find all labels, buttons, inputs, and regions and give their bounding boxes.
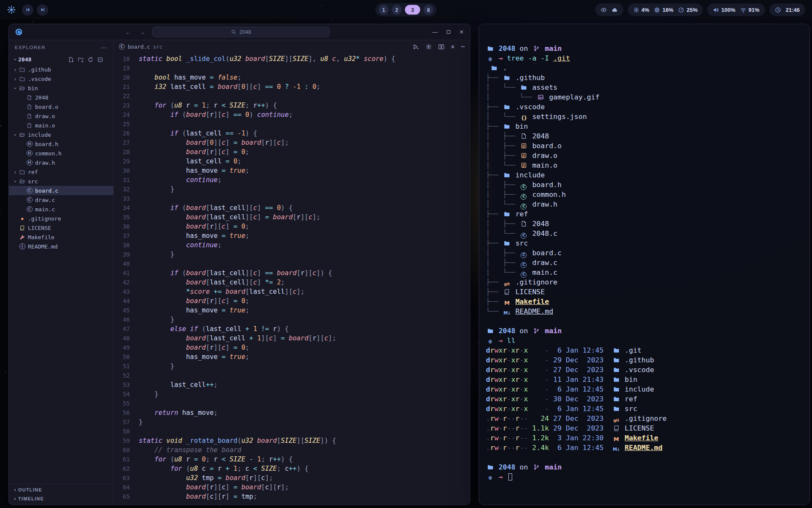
- code-line-50[interactable]: 50 has_move = true;: [114, 352, 470, 362]
- code-line-46[interactable]: 46 }: [114, 315, 470, 324]
- forward-button[interactable]: →: [139, 28, 145, 36]
- code-line-39[interactable]: 39 }: [114, 250, 470, 259]
- code-line-52[interactable]: 52: [114, 371, 470, 380]
- code-line-27[interactable]: 27 board[0][c] = board[r][c];: [114, 138, 470, 147]
- code-line-51[interactable]: 51 }: [114, 362, 470, 371]
- settings-button[interactable]: [425, 44, 432, 50]
- code-line-31[interactable]: 31 continue;: [114, 175, 470, 185]
- code-line-63[interactable]: 63 u32 tmp = board[r][c];: [114, 473, 470, 483]
- explorer-item-board.c[interactable]: Cboard.c: [9, 186, 113, 195]
- explorer-item-.vscode[interactable]: ›.vscode: [9, 74, 113, 83]
- explorer-root-folder[interactable]: › 2048: [9, 55, 113, 64]
- code-line-62[interactable]: 62 for (u8 c = r + 1; c < SIZE; c++) {: [114, 464, 470, 473]
- skip-prev-button[interactable]: [22, 4, 33, 16]
- code-line-43[interactable]: 43 *score += board[last_cell][c];: [114, 287, 470, 296]
- explorer-more-icon[interactable]: ⋯: [100, 44, 107, 51]
- refresh-explorer-button[interactable]: [88, 57, 93, 63]
- code-line-21[interactable]: 21 i32 last_cell = board[0][c] == 0 ? -1…: [114, 82, 470, 91]
- explorer-item-Makefile[interactable]: Makefile: [9, 232, 113, 242]
- explorer-item-draw.o[interactable]: draw.o: [9, 111, 113, 121]
- code-line-64[interactable]: 64 board[r][c] = board[c][r];: [114, 483, 470, 492]
- code-line-65[interactable]: 65 board[c][r] = tmp;: [114, 492, 470, 501]
- explorer-item-common.h[interactable]: Hcommon.h: [9, 149, 113, 158]
- explorer-item-board.h[interactable]: Hboard.h: [9, 139, 113, 149]
- explorer-item-ref[interactable]: ›ref: [9, 167, 113, 177]
- code-line-45[interactable]: 45 has_move = true;: [114, 306, 470, 315]
- code-line-40[interactable]: 40: [114, 259, 470, 268]
- collapse-folders-button[interactable]: [97, 57, 103, 63]
- code-line-33[interactable]: 33: [114, 194, 470, 203]
- explorer-item-draw.h[interactable]: Hdraw.h: [9, 158, 113, 167]
- close-window-button[interactable]: ✕: [459, 29, 464, 35]
- maximize-button[interactable]: [446, 29, 451, 35]
- code-line-49[interactable]: 49 board[r][c] = 0;: [114, 343, 470, 352]
- command-center-search[interactable]: 2048: [152, 27, 330, 37]
- breadcrumb-context[interactable]: src: [153, 44, 163, 50]
- minimize-button[interactable]: —: [432, 29, 438, 35]
- code-line-34[interactable]: 34 if (board[last_cell][c] == 0) {: [114, 203, 470, 213]
- code-line-57[interactable]: 57}: [114, 417, 470, 427]
- skip-next-button[interactable]: [37, 4, 48, 16]
- code-line-53[interactable]: 53 last_cell++;: [114, 380, 470, 389]
- code-line-18[interactable]: 18static bool _slide_col(u32 board[SIZE]…: [114, 54, 470, 64]
- explorer-item-2048[interactable]: 2048: [9, 93, 113, 102]
- clock-widget[interactable]: 21:46: [769, 3, 805, 16]
- code-line-59[interactable]: 59static void _rotate_board(u32 board[SI…: [114, 436, 470, 445]
- code-line-26[interactable]: 26 if (last_cell == -1) {: [114, 129, 470, 138]
- new-folder-button[interactable]: [78, 57, 84, 63]
- code-line-19[interactable]: 19: [114, 64, 470, 73]
- explorer-item-.gitignore[interactable]: ◆.gitignore: [9, 214, 113, 223]
- code-line-41[interactable]: 41 if (board[last_cell][c] == board[r][c…: [114, 268, 470, 278]
- new-file-button[interactable]: [68, 57, 74, 63]
- terminal-window[interactable]: 2048 on main❄ → tree -a -I .git .├── .gi…: [479, 24, 810, 505]
- code-line-32[interactable]: 32 }: [114, 185, 470, 194]
- code-editor[interactable]: 18static bool _slide_col(u32 board[SIZE]…: [114, 53, 470, 505]
- workspace-8-button[interactable]: 8: [424, 5, 433, 15]
- audio-network-widget[interactable]: 100%91%: [707, 3, 765, 16]
- explorer-item-draw.c[interactable]: Cdraw.c: [9, 195, 113, 204]
- code-line-42[interactable]: 42 board[last_cell][c] *= 2;: [114, 278, 470, 287]
- split-editor-button[interactable]: [438, 44, 444, 50]
- code-line-36[interactable]: 36 board[r][c] = 0;: [114, 222, 470, 231]
- code-line-20[interactable]: 20 bool has_move = false;: [114, 73, 470, 82]
- explorer-item-board.o[interactable]: board.o: [9, 102, 113, 111]
- explorer-item-include[interactable]: ›include: [9, 130, 113, 139]
- explorer-item-README.md[interactable]: iREADME.md: [9, 242, 113, 251]
- code-line-61[interactable]: 61 for (u8 r = 0; r < SIZE - 1; r++) {: [114, 455, 470, 464]
- explorer-item-.github[interactable]: ›.github: [9, 65, 113, 74]
- breadcrumb-file[interactable]: board.c: [128, 44, 150, 50]
- code-line-29[interactable]: 29 last_cell = 0;: [114, 157, 470, 166]
- code-line-47[interactable]: 47 else if (last_cell + 1 != r) {: [114, 324, 470, 334]
- sidebar-section-timeline[interactable]: ›TIMELINE: [9, 494, 113, 503]
- code-line-22[interactable]: 22: [114, 91, 470, 101]
- launcher-gear-icon[interactable]: [7, 5, 16, 14]
- code-line-56[interactable]: 56 return has_move;: [114, 408, 470, 417]
- code-line-58[interactable]: 58: [114, 427, 470, 436]
- workspace-1-button[interactable]: 1: [379, 5, 389, 15]
- back-button[interactable]: ←: [125, 28, 132, 36]
- more-actions-button[interactable]: ⋯: [461, 44, 465, 50]
- code-line-38[interactable]: 38 continue;: [114, 240, 470, 250]
- workspace-2-button[interactable]: 2: [392, 5, 402, 15]
- weather-widget[interactable]: [595, 3, 623, 16]
- workspace-3-button[interactable]: 3: [405, 5, 420, 15]
- code-line-48[interactable]: 48 board[last_cell + 1][c] = board[r][c]…: [114, 334, 470, 343]
- explorer-item-bin[interactable]: ›bin: [9, 83, 113, 93]
- code-line-30[interactable]: 30 has_move = true;: [114, 166, 470, 175]
- code-line-54[interactable]: 54 }: [114, 389, 470, 399]
- code-line-25[interactable]: 25: [114, 119, 470, 129]
- code-line-24[interactable]: 24 if (board[r][c] == 0) continue;: [114, 110, 470, 119]
- code-line-35[interactable]: 35 board[last_cell][c] = board[r][c];: [114, 213, 470, 222]
- code-line-60[interactable]: 60 // transpose the board: [114, 445, 470, 455]
- code-line-55[interactable]: 55: [114, 399, 470, 408]
- run-file-button[interactable]: [413, 44, 419, 50]
- code-line-23[interactable]: 23 for (u8 r = 1; r < SIZE; r++) {: [114, 101, 470, 110]
- explorer-item-main.c[interactable]: Cmain.c: [9, 204, 113, 214]
- sidebar-section-outline[interactable]: ›OUTLINE: [9, 485, 113, 494]
- explorer-item-main.o[interactable]: main.o: [9, 121, 113, 130]
- code-line-37[interactable]: 37 has_move = true;: [114, 231, 470, 240]
- close-editor-button[interactable]: ✕: [451, 44, 455, 50]
- code-line-44[interactable]: 44 board[r][c] = 0;: [114, 296, 470, 306]
- code-line-28[interactable]: 28 board[r][c] = 0;: [114, 147, 470, 157]
- editor-titlebar[interactable]: ← → 2048 — ✕: [9, 24, 470, 40]
